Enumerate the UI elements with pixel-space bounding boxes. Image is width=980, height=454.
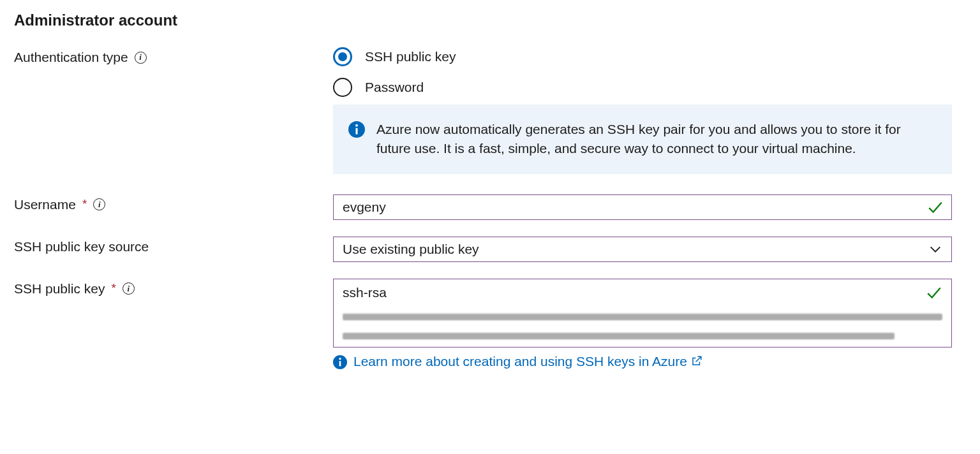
learn-more-row: Learn more about creating and using SSH …: [333, 354, 952, 369]
section-title: Administrator account: [14, 11, 966, 29]
username-field-wrap: [333, 194, 952, 220]
admin-account-section: Administrator account Authentication typ…: [0, 0, 980, 369]
auth-type-radio-password[interactable]: Password: [333, 78, 952, 97]
info-icon[interactable]: [93, 198, 105, 210]
username-control: [333, 194, 952, 220]
redacted-key-line: [343, 314, 942, 320]
ssh-source-control: Use existing public key: [333, 237, 952, 262]
check-icon: [927, 199, 944, 216]
ssh-key-label-text: SSH public key: [14, 281, 105, 297]
username-row: Username *: [14, 194, 966, 220]
required-star-icon: *: [82, 197, 87, 211]
info-icon[interactable]: [122, 282, 135, 295]
username-label: Username *: [14, 194, 333, 212]
svg-rect-4: [339, 361, 341, 366]
info-solid-icon: [348, 121, 365, 138]
ssh-key-label: SSH public key *: [14, 279, 333, 297]
svg-point-5: [339, 358, 341, 360]
info-solid-icon: [333, 355, 347, 369]
radio-selected-icon: [333, 47, 352, 66]
radio-unselected-icon: [333, 78, 352, 97]
ssh-source-label-text: SSH public key source: [14, 239, 149, 254]
required-star-icon: *: [111, 281, 115, 295]
ssh-key-textarea[interactable]: ssh-rsa: [333, 279, 952, 348]
ssh-key-first-line: ssh-rsa: [343, 285, 387, 300]
redacted-key-line: [343, 333, 895, 339]
learn-more-text: Learn more about creating and using SSH …: [353, 354, 687, 369]
chevron-down-icon: [928, 242, 942, 256]
username-input[interactable]: [334, 195, 951, 219]
auth-type-radio-password-label: Password: [365, 80, 424, 95]
auth-type-radio-ssh-label: SSH public key: [365, 49, 456, 64]
ssh-source-row: SSH public key source Use existing publi…: [14, 237, 966, 262]
external-link-icon: [691, 355, 702, 367]
check-icon: [926, 284, 942, 301]
auth-type-label: Authentication type: [14, 47, 333, 65]
ssh-info-banner: Azure now automatically generates an SSH…: [333, 105, 952, 174]
auth-type-row: Authentication type SSH public key Passw…: [14, 47, 966, 174]
ssh-info-banner-text: Azure now automatically generates an SSH…: [376, 120, 934, 159]
info-icon[interactable]: [135, 52, 147, 64]
svg-point-2: [355, 124, 358, 127]
ssh-key-row: SSH public key * ssh-rsa: [14, 279, 966, 369]
ssh-key-control: ssh-rsa Learn more about creating and us…: [333, 279, 952, 369]
learn-more-link[interactable]: Learn more about creating and using SSH …: [353, 354, 702, 369]
ssh-source-value: Use existing public key: [334, 237, 951, 261]
svg-rect-1: [355, 128, 357, 135]
username-label-text: Username: [14, 197, 76, 212]
auth-type-controls: SSH public key Password Azure now automa…: [333, 47, 952, 174]
auth-type-radio-ssh[interactable]: SSH public key: [333, 47, 952, 66]
ssh-source-label: SSH public key source: [14, 237, 333, 254]
ssh-source-select[interactable]: Use existing public key: [333, 237, 952, 262]
auth-type-label-text: Authentication type: [14, 50, 128, 65]
